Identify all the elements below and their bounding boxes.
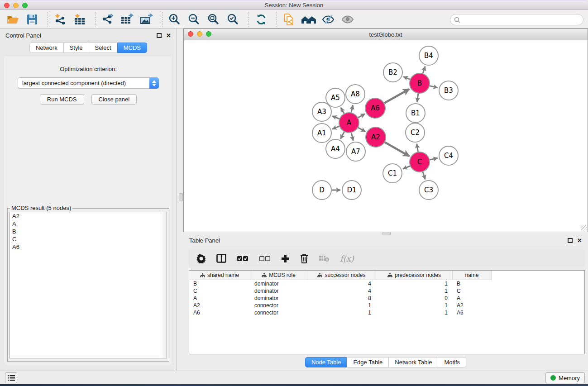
graph-node-label: B1: [411, 109, 420, 117]
zoom-window-button[interactable]: [206, 31, 211, 37]
float-panel-icon[interactable]: [157, 33, 162, 38]
tab-edge-table[interactable]: Edge Table: [347, 357, 389, 367]
main-toolbar: [0, 10, 588, 29]
list-item[interactable]: B: [10, 228, 167, 235]
deselect-all-checkboxes-icon[interactable]: [259, 256, 271, 262]
shared-column-icon: [262, 273, 267, 277]
graph-edge-A-A1[interactable]: [332, 126, 339, 129]
close-window-button[interactable]: [188, 31, 193, 37]
graph-edge-A-A8[interactable]: [351, 105, 353, 112]
select-all-checkboxes-icon[interactable]: [237, 256, 249, 262]
toolbar-separator: [249, 12, 249, 27]
home-icon[interactable]: [301, 12, 317, 27]
save-session-icon[interactable]: [24, 12, 40, 27]
app-titlebar[interactable]: Session: New Session: [0, 0, 588, 10]
export-image-icon[interactable]: [139, 12, 155, 27]
network-canvas[interactable]: B4B2BB3A8A5A6A3B1AC2A1A2A4A7C4CC1C3DD1: [184, 41, 588, 232]
criterion-dropdown-value: largest connected component (directed): [22, 80, 126, 86]
column-selector-icon[interactable]: [216, 254, 226, 263]
close-panel-icon[interactable]: ✕: [577, 238, 582, 243]
hide-selected-eye-icon[interactable]: [320, 12, 336, 27]
list-item[interactable]: C: [10, 235, 167, 243]
new-network-from-selection-icon[interactable]: [281, 12, 297, 27]
graph-node-label: A5: [331, 94, 340, 102]
table-row[interactable]: B dominator 4 1 B: [189, 280, 584, 287]
column-header[interactable]: successor nodes: [307, 271, 376, 280]
graph-edge-A-A6[interactable]: [358, 114, 365, 118]
tab-mcds[interactable]: MCDS: [117, 43, 147, 53]
export-network-icon[interactable]: [100, 12, 116, 27]
graph-edge-A6-B[interactable]: [384, 89, 409, 103]
toolbar-separator: [48, 12, 48, 27]
zoom-in-icon[interactable]: [167, 12, 183, 27]
column-header[interactable]: shared name: [189, 271, 250, 280]
table-header-row: shared name MCDS role successor nodes pr…: [189, 271, 492, 280]
tab-network[interactable]: Network: [29, 43, 64, 53]
close-panel-button[interactable]: Close panel: [91, 94, 137, 105]
show-all-eye-icon[interactable]: [339, 12, 356, 27]
add-column-icon[interactable]: [281, 254, 290, 263]
memory-button[interactable]: Memory: [545, 372, 585, 383]
table-row[interactable]: A6 connector 1 1 A6: [189, 309, 584, 316]
graph-edge-C-C1[interactable]: [403, 166, 410, 169]
window-resize-grip[interactable]: [581, 225, 587, 231]
graph-edge-A-A7[interactable]: [351, 133, 353, 140]
network-window-titlebar[interactable]: testGlobe.txt: [184, 29, 588, 40]
open-session-icon[interactable]: [5, 12, 21, 27]
graph-edge-B-B1[interactable]: [417, 94, 418, 102]
list-item[interactable]: A: [10, 220, 167, 228]
import-network-icon[interactable]: [52, 12, 68, 27]
tab-network-table[interactable]: Network Table: [388, 357, 438, 367]
zoom-out-icon[interactable]: [186, 12, 202, 27]
graph-edge-B-B4[interactable]: [423, 67, 425, 73]
graph-node-label: A8: [351, 90, 360, 98]
tab-select[interactable]: Select: [89, 43, 118, 53]
mcds-result-list[interactable]: A2 A B C A6: [10, 212, 167, 358]
refresh-icon[interactable]: [253, 12, 269, 27]
minimize-window-button[interactable]: [197, 31, 202, 37]
graph-edge-B-B3[interactable]: [430, 86, 437, 88]
graph-edge-A-A3[interactable]: [332, 116, 339, 119]
close-panel-icon[interactable]: ✕: [166, 33, 171, 38]
scrollbar-track[interactable]: [160, 212, 167, 358]
control-panel-title: Control Panel: [5, 32, 41, 39]
table-row[interactable]: A2 connector 1 1 A2: [189, 302, 584, 309]
tab-node-table[interactable]: Node Table: [305, 357, 348, 367]
zoom-selected-icon[interactable]: [225, 12, 241, 27]
run-mcds-button[interactable]: Run MCDS: [40, 94, 84, 105]
task-history-button[interactable]: [5, 372, 17, 383]
export-table-icon[interactable]: [119, 12, 135, 27]
graph-edge-A-A4[interactable]: [341, 132, 344, 138]
column-header[interactable]: name: [453, 271, 492, 280]
table-row[interactable]: C dominator 4 1 C: [189, 287, 584, 295]
column-header[interactable]: predecessor nodes: [376, 271, 453, 280]
function-builder-icon[interactable]: f(x): [340, 254, 354, 263]
graph-node-label: C4: [444, 152, 453, 160]
graph-edge-A-A5[interactable]: [341, 108, 344, 114]
table-row[interactable]: A dominator 8 0 A: [189, 295, 584, 302]
split-divider-handle[interactable]: [179, 193, 183, 201]
search-field[interactable]: [450, 14, 583, 25]
graph-edge-B-B2[interactable]: [403, 76, 410, 79]
graph-edge-C-C3[interactable]: [423, 172, 425, 179]
delete-column-trash-icon[interactable]: [300, 254, 308, 263]
import-table-icon[interactable]: [72, 12, 88, 27]
zoom-fit-icon[interactable]: [206, 12, 222, 27]
list-item[interactable]: A6: [10, 243, 167, 251]
network-graph: B4B2BB3A8A5A6A3B1AC2A1A2A4A7C4CC1C3DD1: [184, 41, 588, 232]
graph-edge-C-C2[interactable]: [417, 144, 418, 152]
tab-motifs[interactable]: Motifs: [438, 357, 466, 367]
column-header[interactable]: MCDS role: [250, 271, 307, 280]
criterion-dropdown[interactable]: largest connected component (directed): [18, 77, 159, 89]
settings-gear-icon[interactable]: [196, 254, 206, 263]
search-input[interactable]: [463, 16, 583, 23]
table-panel-title: Table Panel: [189, 237, 220, 244]
graph-edge-A-A2[interactable]: [358, 128, 365, 132]
list-item[interactable]: A2: [10, 212, 167, 220]
float-panel-icon[interactable]: [568, 238, 573, 243]
delete-table-icon[interactable]: [319, 255, 330, 262]
graph-edge-A2-C[interactable]: [385, 142, 409, 156]
tab-style[interactable]: Style: [63, 43, 89, 53]
graph-node-label: D: [319, 186, 325, 194]
graph-edge-C-C4[interactable]: [430, 158, 438, 160]
